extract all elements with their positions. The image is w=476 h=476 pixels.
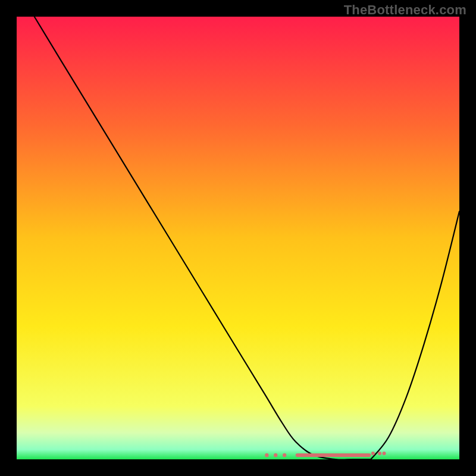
- svg-point-4: [283, 453, 286, 457]
- watermark-text: TheBottleneck.com: [344, 2, 466, 18]
- chart-plot-area: [17, 17, 459, 459]
- svg-point-5: [371, 452, 375, 455]
- chart-bottom-accents: [17, 17, 459, 459]
- svg-point-3: [274, 453, 277, 457]
- svg-point-2: [265, 453, 268, 457]
- svg-point-6: [378, 452, 381, 455]
- svg-rect-1: [296, 453, 371, 457]
- svg-point-7: [383, 452, 386, 455]
